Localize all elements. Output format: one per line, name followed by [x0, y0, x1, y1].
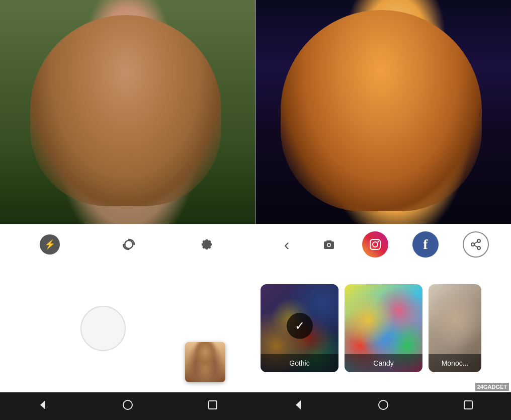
photo-hair	[30, 15, 221, 206]
svg-point-7	[373, 242, 378, 247]
filter-list: ✓ Gothic Candy Monoc...	[256, 264, 511, 392]
svg-marker-1	[40, 400, 45, 409]
svg-point-15	[379, 400, 388, 409]
svg-point-9	[477, 239, 480, 242]
instagram-icon	[368, 237, 382, 251]
svg-line-13	[474, 241, 478, 243]
svg-point-0	[125, 240, 133, 248]
gothic-label: Gothic	[261, 354, 338, 372]
settings-button[interactable]	[198, 235, 216, 254]
phone-left: ⚡	[0, 0, 256, 420]
monochrome-label: Monoc...	[429, 354, 481, 372]
back-nav-icon-right	[293, 399, 304, 410]
right-nav-bar: 24GADGET	[256, 392, 511, 420]
filter-gothic[interactable]: ✓ Gothic	[261, 284, 338, 372]
back-nav-icon-left	[37, 399, 48, 410]
instagram-button[interactable]	[362, 231, 388, 258]
svg-point-5	[328, 243, 330, 246]
right-toolbar: ‹ f	[256, 224, 511, 264]
share-icon	[470, 238, 482, 250]
svg-point-8	[378, 240, 379, 242]
filter-candy[interactable]: Candy	[345, 284, 422, 372]
original-photo	[0, 0, 256, 224]
flash-button[interactable]: ⚡	[40, 234, 60, 255]
svg-rect-16	[464, 401, 472, 409]
left-toolbar: ⚡	[0, 224, 256, 264]
home-nav-icon-right	[378, 399, 389, 410]
watermark: 24GADGET	[475, 383, 509, 391]
camera-icon-right	[322, 237, 336, 251]
left-content-area	[0, 264, 256, 392]
camera-button-right[interactable]	[320, 235, 338, 254]
share-button[interactable]	[463, 231, 489, 258]
phone-right: ‹ f	[256, 0, 511, 420]
back-nav-button-right[interactable]	[293, 399, 304, 413]
style-selector-circle[interactable]	[80, 306, 126, 351]
facebook-button[interactable]: f	[412, 231, 439, 258]
svg-point-2	[123, 400, 132, 409]
svg-rect-3	[209, 401, 217, 409]
left-nav-bar	[0, 392, 256, 420]
settings-gear-icon	[199, 237, 214, 252]
home-nav-icon-left	[122, 399, 133, 410]
styled-photo	[256, 0, 511, 224]
styled-photo-hair	[281, 10, 482, 211]
gothic-check-icon: ✓	[287, 312, 313, 339]
home-nav-button-left[interactable]	[122, 399, 133, 413]
filter-monochrome[interactable]: Monoc...	[429, 284, 481, 372]
recents-nav-icon-left	[207, 399, 218, 410]
home-nav-button-right[interactable]	[378, 399, 389, 413]
recents-nav-button-right[interactable]	[463, 399, 474, 413]
recents-nav-icon-right	[463, 399, 474, 410]
svg-point-10	[471, 243, 474, 246]
back-button-right[interactable]: ‹	[278, 235, 296, 254]
photo-thumbnail[interactable]	[185, 342, 225, 382]
svg-line-12	[474, 245, 478, 247]
rotate-camera-button[interactable]	[120, 235, 138, 254]
thumb-person-image	[185, 342, 225, 382]
svg-marker-14	[296, 400, 301, 409]
back-nav-button-left[interactable]	[37, 399, 48, 413]
recents-nav-button-left[interactable]	[207, 399, 218, 413]
svg-point-11	[477, 246, 480, 249]
rotate-camera-icon	[121, 236, 137, 253]
candy-label: Candy	[345, 354, 422, 372]
phone-divider	[255, 0, 256, 224]
